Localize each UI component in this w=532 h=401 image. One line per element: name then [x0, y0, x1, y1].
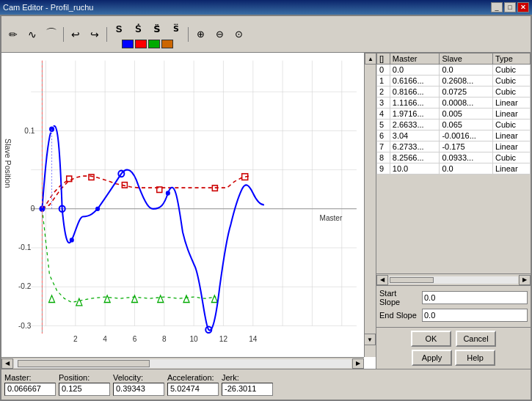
svg-text:6: 6: [133, 334, 137, 342]
svg-point-43: [49, 126, 55, 133]
cell-master: 8.2566...: [390, 152, 440, 163]
chart-area[interactable]: 0.1 0 -0.1 -0.2 -0.3 2 4 6 8 10 12 14 Sl…: [1, 53, 364, 357]
chart-panel: 0.1 0 -0.1 -0.2 -0.3 2 4 6 8 10 12 14 Sl…: [1, 53, 376, 369]
vscroll-down-arrow[interactable]: ▼: [364, 334, 376, 345]
redo-button[interactable]: ↪: [86, 26, 103, 43]
pencil-tool-button[interactable]: ✏: [4, 26, 22, 43]
cell-index: 4: [377, 108, 390, 119]
color-indicators: [122, 40, 173, 48]
table-row[interactable]: 7 6.2733... -0.175 Linear: [377, 141, 531, 152]
s-buttons-group: S Ṡ S̈ S⃛: [110, 20, 185, 48]
help-button[interactable]: Help: [455, 350, 495, 366]
cell-type: Linear: [492, 141, 530, 152]
color-red: [135, 40, 147, 48]
table-row[interactable]: 8 8.2566... 0.0933... Cubic: [377, 152, 531, 163]
sddot-button[interactable]: S̈: [148, 20, 166, 37]
title-bar: Cam Editor - Profil_ruchu _ □ ✕: [0, 0, 532, 15]
svg-text:4: 4: [103, 334, 107, 342]
cell-type: Linear: [492, 98, 530, 108]
velocity-label: Velocity:: [113, 373, 164, 382]
zoom-fit-button[interactable]: ⊙: [230, 26, 247, 43]
table-row[interactable]: 9 10.0 0.0 Linear: [377, 163, 531, 174]
chart-vscrollbar[interactable]: ▲ ▼: [364, 53, 376, 357]
s-button[interactable]: S: [110, 20, 128, 37]
svg-text:Slave Position: Slave Position: [4, 139, 12, 188]
table-hscrollbar[interactable]: ◀ ▶: [376, 273, 531, 285]
table-row[interactable]: 5 2.6633... 0.065 Cubic: [377, 119, 531, 130]
window-title: Cam Editor - Profil_ruchu: [3, 3, 94, 12]
zoom-out-button[interactable]: ⊖: [211, 26, 228, 43]
sdot-button[interactable]: Ṡ: [129, 20, 147, 37]
cell-slave: 0.2608...: [440, 76, 493, 87]
cell-master: 0.8166...: [390, 87, 440, 98]
color-orange: [161, 40, 173, 48]
svg-text:Master: Master: [320, 214, 343, 222]
chart-hscrollbar[interactable]: ◀ ▶: [1, 357, 364, 369]
jerk-label: Jerk:: [222, 373, 273, 382]
jerk-value: -26.3011: [222, 383, 273, 396]
maximize-button[interactable]: □: [504, 2, 516, 12]
zoom-in-button[interactable]: ⊕: [192, 26, 209, 43]
svg-text:-0.3: -0.3: [18, 321, 32, 329]
end-slope-label: End Slope: [379, 311, 419, 320]
cell-index: 8: [377, 152, 390, 163]
close-button[interactable]: ✕: [517, 2, 529, 12]
cell-type: Linear: [492, 163, 530, 174]
cam-data-table: [] Master Slave Type 0 0.0 0.0 Cubic1: [376, 53, 531, 174]
color-green: [148, 40, 160, 48]
cell-type: Linear: [492, 108, 530, 119]
cell-type: Cubic: [492, 152, 530, 163]
svg-text:14: 14: [249, 334, 257, 342]
col-header-master: Master: [390, 54, 440, 65]
minimize-button[interactable]: _: [491, 2, 503, 12]
cell-index: 5: [377, 119, 390, 130]
table-wrapper[interactable]: [] Master Slave Type 0 0.0 0.0 Cubic1: [376, 53, 531, 273]
vscroll-up-arrow[interactable]: ▲: [365, 53, 376, 65]
cell-index: 2: [377, 87, 390, 98]
hscroll-right-arrow[interactable]: ▶: [352, 358, 364, 369]
svg-rect-0: [1, 53, 364, 357]
table-hscroll-right[interactable]: ▶: [519, 275, 531, 285]
svg-text:10: 10: [190, 334, 198, 342]
svg-text:-0.1: -0.1: [18, 243, 32, 251]
table-row[interactable]: 0 0.0 0.0 Cubic: [377, 65, 531, 76]
slope-section: Start Slope End Slope: [376, 285, 531, 327]
svg-text:0.1: 0.1: [24, 126, 34, 134]
start-slope-input[interactable]: [422, 291, 528, 304]
ok-button[interactable]: OK: [411, 331, 451, 347]
arc-tool-button[interactable]: ⌒: [43, 26, 60, 43]
apply-button[interactable]: Apply: [412, 350, 452, 366]
cancel-button[interactable]: Cancel: [456, 331, 496, 347]
table-row[interactable]: 3 1.1166... 0.0008... Linear: [377, 98, 531, 108]
window-controls: _ □ ✕: [491, 2, 529, 12]
cell-master: 0.0: [390, 65, 440, 76]
cell-slave: 0.0008...: [440, 98, 493, 108]
table-row[interactable]: 1 0.6166... 0.2608... Cubic: [377, 76, 531, 87]
svg-text:0: 0: [31, 205, 35, 213]
undo-button[interactable]: ↩: [67, 26, 84, 43]
table-body: 0 0.0 0.0 Cubic1 0.6166... 0.2608... Cub…: [377, 65, 531, 174]
chart-svg: 0.1 0 -0.1 -0.2 -0.3 2 4 6 8 10 12 14 Sl…: [1, 53, 364, 357]
table-row[interactable]: 6 3.04 -0.0016... Linear: [377, 130, 531, 141]
start-slope-label: Start Slope: [379, 289, 419, 306]
end-slope-input[interactable]: [422, 309, 528, 322]
table-row[interactable]: 2 0.8166... 0.0725 Cubic: [377, 87, 531, 98]
hscroll-left-arrow[interactable]: ◀: [1, 358, 13, 369]
cell-type: Cubic: [492, 65, 530, 76]
sine-tool-button[interactable]: ∿: [23, 26, 41, 43]
cell-master: 2.6633...: [390, 119, 440, 130]
col-header-slave: Slave: [440, 54, 493, 65]
sdddot-button[interactable]: S⃛: [167, 20, 185, 37]
end-slope-row: End Slope: [379, 309, 528, 322]
jerk-field: Jerk: -26.3011: [222, 373, 273, 396]
table-row[interactable]: 4 1.9716... 0.005 Linear: [377, 108, 531, 119]
toolbar-sep-3: [188, 27, 189, 42]
cell-slave: 0.005: [440, 108, 493, 119]
main-window: ✏ ∿ ⌒ ↩ ↪ S Ṡ S̈ S⃛ ⊕ ⊖ ⊙: [0, 15, 532, 401]
table-hscroll-left[interactable]: ◀: [376, 275, 388, 285]
position-field: Position: 0.125: [59, 373, 110, 396]
cell-index: 1: [377, 76, 390, 87]
toolbar-sep-1: [63, 27, 64, 42]
svg-text:2: 2: [73, 334, 78, 342]
svg-point-48: [166, 191, 170, 195]
